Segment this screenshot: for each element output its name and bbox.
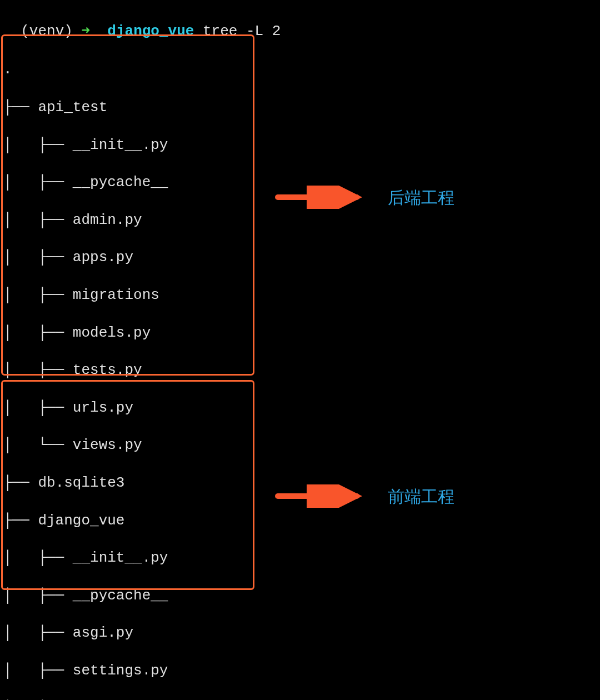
prompt-arrow-icon: ➜	[81, 23, 90, 39]
tree-line: ├── django_vue	[3, 512, 597, 531]
venv-indicator: (venv)	[21, 23, 73, 39]
tree-output: . ├── api_test │ ├── __init__.py │ ├── _…	[3, 42, 597, 700]
tree-line: │ ├── settings.py	[3, 662, 597, 681]
arrow-right-icon	[274, 186, 369, 209]
tree-line: │ ├── apps.py	[3, 248, 597, 267]
current-directory: django_vue	[107, 23, 194, 39]
arrow-right-icon	[274, 484, 369, 508]
tree-root: .	[3, 61, 597, 79]
tree-line: │ ├── models.py	[3, 324, 597, 343]
frontend-annotation-label: 前端工程	[388, 486, 454, 507]
tree-line: │ ├── urls.py	[3, 399, 597, 418]
tree-line: │ ├── tests.py	[3, 361, 597, 380]
tree-line: │ ├── __pycache__	[3, 587, 597, 606]
command-text: tree -L 2	[203, 23, 281, 39]
tree-line: │ ├── admin.py	[3, 211, 597, 230]
prompt-line-1: (venv) ➜ django_vue tree -L 2	[3, 3, 597, 41]
tree-line: │ ├── asgi.py	[3, 624, 597, 643]
frontend-annotation: 前端工程	[274, 484, 454, 508]
tree-line: ├── api_test	[3, 98, 597, 117]
backend-annotation-label: 后端工程	[388, 187, 454, 208]
backend-annotation: 后端工程	[274, 186, 454, 209]
tree-line: │ ├── migrations	[3, 286, 597, 305]
tree-line: │ └── views.py	[3, 436, 597, 455]
tree-line: │ ├── __init__.py	[3, 136, 597, 155]
tree-line: │ ├── __init__.py	[3, 549, 597, 568]
